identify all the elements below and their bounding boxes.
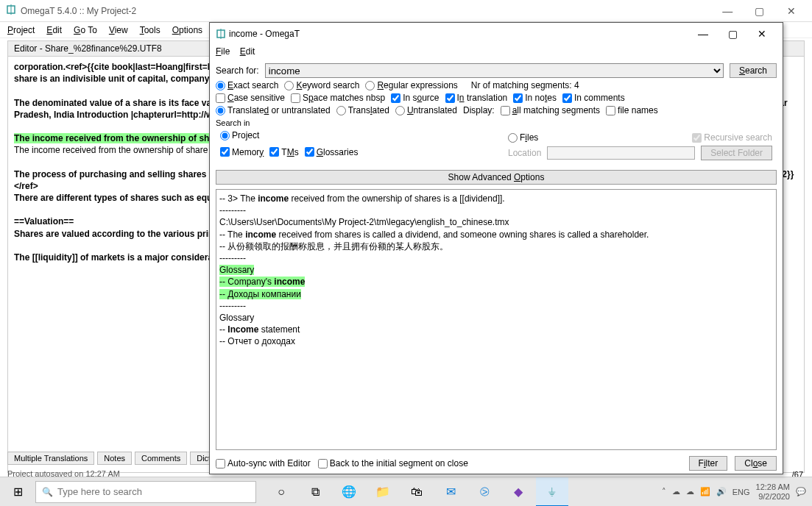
active-segment[interactable]: The income received from the ownership o… [14,133,214,143]
explorer-icon[interactable]: 📁 [367,477,399,507]
tray-lang-icon[interactable]: ENG [732,488,750,496]
search-button[interactable]: Search [730,63,777,78]
location-label: Location [508,148,541,158]
segment-text: The income received from the ownership o… [14,145,208,155]
search-dialog: income - OmegaT — ▢ ✕ File Edit Search f… [209,22,783,474]
chk-source[interactable]: In source [391,93,439,103]
chk-file-names[interactable]: file names [606,105,658,115]
radio-project[interactable]: Project [220,130,259,140]
chk-translation[interactable]: In translation [445,93,508,103]
menu-project[interactable]: Project [3,24,39,37]
edge-icon[interactable]: 🌐 [333,477,365,507]
store-icon[interactable]: 🛍 [400,477,433,507]
taskbar: ⊞ 🔍 ○ ⧉ 🌐 📁 🛍 ✉ ⧁ ◆ ⏚ ˄ ☁ ☁ 📶 🔊 ENG 12:2… [0,477,812,506]
chk-all-segments[interactable]: all matching segments [501,105,600,115]
tray-wifi-icon[interactable]: 📶 [700,487,710,496]
chk-tms[interactable]: TMs [269,147,298,157]
tray-clock[interactable]: 12:28 AM 9/2/2020 [756,482,790,500]
tab-multi-trans[interactable]: Multiple Translations [7,452,94,465]
chk-nbsp[interactable]: Space matches nbsp [291,93,385,103]
window-title: OmegaT 5.4.0 :: My Project-2 [21,6,713,16]
omegat-icon[interactable]: ⏚ [536,477,568,507]
matching-count: Nr of matching segments: 4 [471,80,579,90]
menu-view[interactable]: View [105,24,133,37]
select-folder-button: Select Folder [701,146,772,160]
tray-cloud-icon[interactable]: ☁ [672,487,680,496]
maximize-icon[interactable]: ▢ [745,5,774,17]
vs-icon[interactable]: ◆ [502,477,534,507]
radio-translated[interactable]: Translated [336,105,389,115]
dialog-title: income - OmegaT [229,29,688,39]
tab-notes[interactable]: Notes [97,452,132,465]
segment-text: ==Valuation== [14,216,74,227]
vscode-icon[interactable]: ⧁ [468,477,501,507]
display-label: Display: [463,105,495,115]
menu-options[interactable]: Options [168,24,207,37]
chk-memory[interactable]: Memory [220,147,264,157]
glossary-match: Glossary [219,265,254,275]
tray-up-icon[interactable]: ˄ [662,487,666,496]
minimize-icon[interactable]: — [713,5,742,17]
tab-comments[interactable]: Comments [135,452,187,465]
taskbar-search-input[interactable] [57,486,250,497]
menu-tools[interactable]: Tools [135,24,165,37]
filter-button[interactable]: Filter [689,456,728,471]
tray-volume-icon[interactable]: 🔊 [716,487,727,496]
app-icon [6,4,16,17]
radio-regex[interactable]: Regular expressions [365,80,457,90]
segment-text: The [[liquidity]] of markets is a major … [14,252,216,263]
start-button[interactable]: ⊞ [0,485,35,499]
mail-icon[interactable]: ✉ [434,477,467,507]
dialog-minimize-icon[interactable]: — [688,28,718,40]
location-input [547,146,695,160]
radio-trans-untrans[interactable]: Translated or untranslated [216,105,331,115]
chk-comments[interactable]: In comments [562,93,625,103]
search-in-label: Search in [216,118,777,127]
radio-files[interactable]: Files [508,132,538,143]
taskview-icon[interactable]: ⧉ [299,477,331,507]
search-results[interactable]: -- 3> The income received from the owner… [216,189,777,450]
search-input[interactable]: income [265,63,724,78]
radio-exact[interactable]: Exact search [216,80,278,90]
menu-edit[interactable]: Edit [42,24,66,37]
close-button[interactable]: Close [735,456,777,471]
dialog-menu-file[interactable]: File [216,46,230,57]
radio-keyword[interactable]: Keyword search [284,80,359,90]
dialog-maximize-icon[interactable]: ▢ [718,28,747,40]
chk-back-initial[interactable]: Back to the initial segment on close [318,458,468,468]
menu-goto[interactable]: Go To [69,24,102,37]
dialog-menu-edit[interactable]: Edit [240,46,255,57]
radio-untranslated[interactable]: Untranslated [395,105,457,115]
dialog-close-icon[interactable]: ✕ [747,28,777,40]
chk-glossaries[interactable]: Glossaries [305,147,359,157]
cortana-icon[interactable]: ○ [265,477,297,507]
chk-recursive: Recursive search [692,132,772,143]
advanced-options-button[interactable]: Show Advanced Options [216,170,777,185]
chk-notes[interactable]: In notes [513,93,557,103]
tray-onedrive-icon[interactable]: ☁ [686,487,694,496]
close-icon[interactable]: ✕ [777,5,806,17]
taskbar-search[interactable]: 🔍 [35,481,256,503]
tray-notifications-icon[interactable]: 💬 [796,487,806,496]
search-icon: 🔍 [42,487,53,497]
dialog-icon [216,29,226,39]
chk-case[interactable]: Case sensitive [216,93,285,103]
search-for-label: Search for: [216,65,259,76]
chk-autosync[interactable]: Auto-sync with Editor [216,458,311,468]
